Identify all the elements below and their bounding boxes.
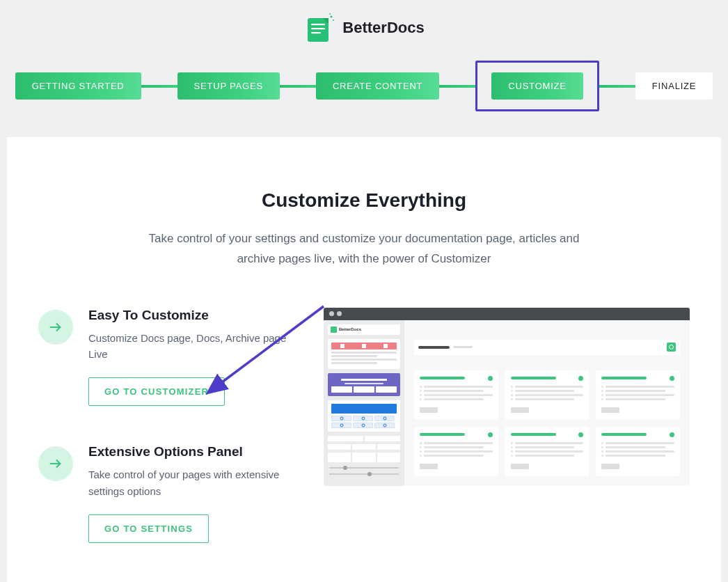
wizard-header: BetterDocs GETTING STARTED SETUP PAGES C… [0, 0, 728, 129]
go-to-customizer-button[interactable]: GO TO CUSTOMIZER [88, 377, 225, 406]
step-connector [439, 85, 475, 88]
step-customize[interactable]: CUSTOMIZE [491, 72, 583, 100]
feature-desc: Customize Docs page, Docs, Archive page … [88, 330, 296, 363]
preview-search-bar [414, 340, 680, 355]
preview-controls-group [328, 436, 400, 475]
svg-point-6 [329, 13, 331, 15]
preview-doc-card [414, 370, 498, 420]
svg-rect-0 [308, 18, 329, 42]
arrow-right-icon [38, 310, 73, 345]
go-to-settings-button[interactable]: GO TO SETTINGS [88, 514, 209, 543]
content-row: Easy To Customize Customize Docs page, D… [38, 308, 690, 581]
step-connector [280, 85, 316, 88]
step-getting-started[interactable]: GETTING STARTED [15, 72, 141, 100]
step-connector [599, 85, 635, 88]
preview-template-thumb [328, 373, 400, 396]
step-connector [141, 85, 177, 88]
preview-doc-card [596, 427, 680, 476]
svg-rect-1 [311, 24, 325, 25]
preview-doc-card [414, 427, 498, 476]
feature-options-panel: Extensive Options Panel Take control of … [38, 444, 296, 543]
svg-rect-2 [311, 28, 325, 29]
brand-logo: BetterDocs [0, 13, 728, 43]
feature-title: Extensive Options Panel [88, 444, 296, 459]
preview-doc-card [596, 370, 680, 420]
betterdocs-logo-icon [303, 13, 335, 43]
preview-sidebar: BetterDocs [324, 320, 404, 486]
preview-canvas [404, 320, 690, 486]
page-title: Customize Everything [38, 189, 690, 212]
svg-point-5 [333, 19, 334, 21]
arrow-right-icon [38, 446, 73, 481]
preview-sidebar-logo: BetterDocs [328, 324, 400, 335]
feature-title: Easy To Customize [88, 308, 296, 323]
features-column: Easy To Customize Customize Docs page, D… [38, 308, 296, 581]
step-create-content[interactable]: CREATE CONTENT [316, 72, 439, 100]
preview-window-titlebar [324, 308, 690, 320]
svg-point-4 [331, 16, 333, 18]
preview-template-thumb [328, 339, 400, 369]
feature-desc: Take control of your pages with extensiv… [88, 466, 296, 499]
wizard-steps: GETTING STARTED SETUP PAGES CREATE CONTE… [0, 61, 728, 111]
brand-name: BetterDocs [342, 19, 424, 37]
preview-doc-card [505, 427, 589, 476]
feature-easy-customize: Easy To Customize Customize Docs page, D… [38, 308, 296, 407]
main-panel: Customize Everything Take control of you… [7, 137, 721, 582]
step-customize-highlight: CUSTOMIZE [475, 61, 599, 111]
preview-template-thumb [328, 400, 400, 432]
step-finalize[interactable]: FINALIZE [635, 72, 713, 100]
step-setup-pages[interactable]: SETUP PAGES [177, 72, 280, 100]
search-icon [667, 343, 676, 352]
page-subtitle: Take control of your settings and custom… [141, 229, 587, 269]
svg-rect-3 [311, 32, 321, 33]
customizer-preview: BetterDocs [324, 308, 690, 486]
preview-doc-card [505, 370, 589, 420]
